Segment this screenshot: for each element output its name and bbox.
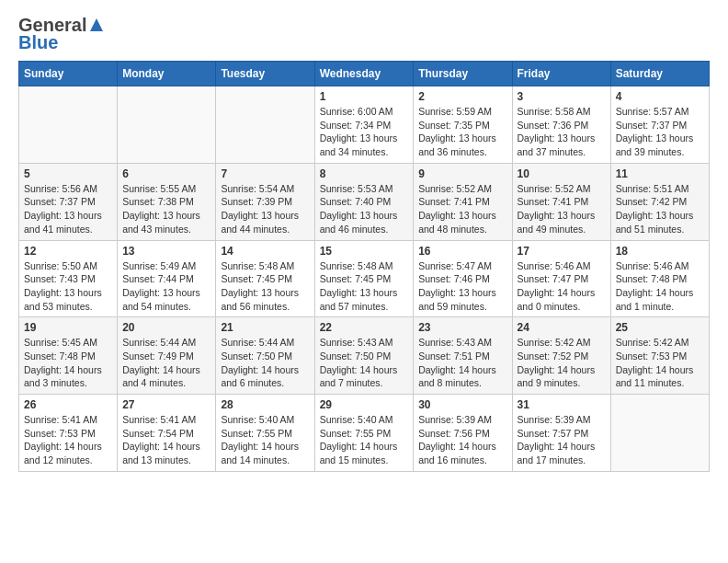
day-info: Sunrise: 5:40 AM Sunset: 7:55 PM Dayligh… bbox=[221, 413, 309, 467]
day-info: Sunrise: 5:46 AM Sunset: 7:47 PM Dayligh… bbox=[518, 259, 606, 314]
day-info: Sunrise: 5:44 AM Sunset: 7:49 PM Dayligh… bbox=[122, 336, 210, 390]
calendar-cell: 30Sunrise: 5:39 AM Sunset: 7:56 PM Dayli… bbox=[414, 395, 512, 472]
day-of-week-header: Monday bbox=[118, 62, 216, 86]
day-number: 18 bbox=[616, 245, 704, 258]
day-number: 8 bbox=[320, 167, 409, 180]
day-number: 19 bbox=[24, 321, 112, 334]
day-info: Sunrise: 5:56 AM Sunset: 7:37 PM Dayligh… bbox=[24, 182, 112, 236]
day-number: 20 bbox=[122, 321, 210, 334]
calendar-cell: 13Sunrise: 5:49 AM Sunset: 7:44 PM Dayli… bbox=[118, 240, 216, 317]
day-number: 29 bbox=[320, 398, 409, 411]
day-info: Sunrise: 5:58 AM Sunset: 7:36 PM Dayligh… bbox=[518, 105, 606, 159]
calendar-cell: 6Sunrise: 5:55 AM Sunset: 7:38 PM Daylig… bbox=[118, 163, 216, 240]
page-header: General Blue bbox=[18, 15, 710, 53]
day-number: 12 bbox=[24, 245, 112, 258]
day-of-week-header: Thursday bbox=[414, 62, 512, 86]
calendar-cell bbox=[118, 86, 216, 164]
calendar-cell: 7Sunrise: 5:54 AM Sunset: 7:39 PM Daylig… bbox=[216, 163, 314, 240]
calendar-cell: 26Sunrise: 5:41 AM Sunset: 7:53 PM Dayli… bbox=[19, 395, 118, 472]
calendar-cell: 18Sunrise: 5:46 AM Sunset: 7:48 PM Dayli… bbox=[610, 240, 709, 317]
calendar-cell: 1Sunrise: 6:00 AM Sunset: 7:34 PM Daylig… bbox=[314, 86, 414, 164]
calendar-table: SundayMondayTuesdayWednesdayThursdayFrid… bbox=[18, 61, 710, 472]
day-number: 22 bbox=[320, 321, 409, 334]
day-number: 3 bbox=[518, 90, 606, 103]
calendar-cell: 8Sunrise: 5:53 AM Sunset: 7:40 PM Daylig… bbox=[314, 163, 414, 240]
day-info: Sunrise: 5:51 AM Sunset: 7:42 PM Dayligh… bbox=[616, 182, 704, 236]
calendar-cell: 21Sunrise: 5:44 AM Sunset: 7:50 PM Dayli… bbox=[216, 317, 314, 395]
day-number: 2 bbox=[418, 90, 506, 103]
calendar-cell: 24Sunrise: 5:42 AM Sunset: 7:52 PM Dayli… bbox=[512, 317, 610, 395]
calendar-cell: 11Sunrise: 5:51 AM Sunset: 7:42 PM Dayli… bbox=[610, 163, 709, 240]
day-number: 14 bbox=[221, 245, 309, 258]
calendar-week-row: 12Sunrise: 5:50 AM Sunset: 7:43 PM Dayli… bbox=[19, 240, 710, 317]
day-info: Sunrise: 5:39 AM Sunset: 7:57 PM Dayligh… bbox=[518, 413, 606, 467]
calendar-week-row: 5Sunrise: 5:56 AM Sunset: 7:37 PM Daylig… bbox=[19, 163, 710, 240]
calendar-cell: 16Sunrise: 5:47 AM Sunset: 7:46 PM Dayli… bbox=[414, 240, 512, 317]
calendar-cell: 14Sunrise: 5:48 AM Sunset: 7:45 PM Dayli… bbox=[216, 240, 314, 317]
calendar-cell: 28Sunrise: 5:40 AM Sunset: 7:55 PM Dayli… bbox=[216, 395, 314, 472]
day-info: Sunrise: 5:48 AM Sunset: 7:45 PM Dayligh… bbox=[221, 259, 309, 314]
svg-marker-0 bbox=[90, 18, 103, 31]
calendar-cell: 2Sunrise: 5:59 AM Sunset: 7:35 PM Daylig… bbox=[414, 86, 512, 164]
calendar-cell bbox=[610, 395, 709, 472]
calendar-cell: 31Sunrise: 5:39 AM Sunset: 7:57 PM Dayli… bbox=[512, 395, 610, 472]
calendar-cell bbox=[216, 86, 314, 164]
day-number: 16 bbox=[418, 245, 506, 258]
calendar-cell: 23Sunrise: 5:43 AM Sunset: 7:51 PM Dayli… bbox=[414, 317, 512, 395]
day-of-week-header: Sunday bbox=[19, 62, 118, 86]
day-of-week-header: Saturday bbox=[610, 62, 709, 86]
calendar-cell: 3Sunrise: 5:58 AM Sunset: 7:36 PM Daylig… bbox=[512, 86, 610, 164]
day-number: 6 bbox=[122, 167, 210, 180]
calendar-cell: 20Sunrise: 5:44 AM Sunset: 7:49 PM Dayli… bbox=[118, 317, 216, 395]
day-info: Sunrise: 6:00 AM Sunset: 7:34 PM Dayligh… bbox=[320, 105, 409, 159]
calendar-cell: 17Sunrise: 5:46 AM Sunset: 7:47 PM Dayli… bbox=[512, 240, 610, 317]
logo: General Blue bbox=[18, 15, 105, 53]
calendar-cell bbox=[19, 86, 118, 164]
day-info: Sunrise: 5:46 AM Sunset: 7:48 PM Dayligh… bbox=[616, 259, 704, 314]
day-number: 28 bbox=[221, 398, 309, 411]
day-info: Sunrise: 5:44 AM Sunset: 7:50 PM Dayligh… bbox=[221, 336, 309, 390]
logo-arrow-icon bbox=[88, 17, 105, 33]
logo-blue-text: Blue bbox=[18, 32, 58, 53]
day-info: Sunrise: 5:59 AM Sunset: 7:35 PM Dayligh… bbox=[418, 105, 506, 159]
day-info: Sunrise: 5:50 AM Sunset: 7:43 PM Dayligh… bbox=[24, 259, 112, 314]
day-info: Sunrise: 5:53 AM Sunset: 7:40 PM Dayligh… bbox=[320, 182, 409, 236]
day-info: Sunrise: 5:42 AM Sunset: 7:53 PM Dayligh… bbox=[616, 336, 704, 390]
day-number: 9 bbox=[418, 167, 506, 180]
calendar-week-row: 1Sunrise: 6:00 AM Sunset: 7:34 PM Daylig… bbox=[19, 86, 710, 164]
day-number: 5 bbox=[24, 167, 112, 180]
day-number: 15 bbox=[320, 245, 409, 258]
day-number: 25 bbox=[616, 321, 704, 334]
day-info: Sunrise: 5:49 AM Sunset: 7:44 PM Dayligh… bbox=[122, 259, 210, 314]
day-info: Sunrise: 5:48 AM Sunset: 7:45 PM Dayligh… bbox=[320, 259, 409, 314]
day-info: Sunrise: 5:43 AM Sunset: 7:51 PM Dayligh… bbox=[418, 336, 506, 390]
day-info: Sunrise: 5:55 AM Sunset: 7:38 PM Dayligh… bbox=[122, 182, 210, 236]
calendar-cell: 25Sunrise: 5:42 AM Sunset: 7:53 PM Dayli… bbox=[610, 317, 709, 395]
day-number: 30 bbox=[418, 398, 506, 411]
day-of-week-header: Wednesday bbox=[314, 62, 414, 86]
day-info: Sunrise: 5:41 AM Sunset: 7:54 PM Dayligh… bbox=[122, 413, 210, 467]
day-info: Sunrise: 5:42 AM Sunset: 7:52 PM Dayligh… bbox=[518, 336, 606, 390]
day-number: 1 bbox=[320, 90, 409, 103]
day-info: Sunrise: 5:57 AM Sunset: 7:37 PM Dayligh… bbox=[616, 105, 704, 159]
day-number: 13 bbox=[122, 245, 210, 258]
calendar-cell: 29Sunrise: 5:40 AM Sunset: 7:55 PM Dayli… bbox=[314, 395, 414, 472]
calendar-cell: 4Sunrise: 5:57 AM Sunset: 7:37 PM Daylig… bbox=[610, 86, 709, 164]
calendar-header-row: SundayMondayTuesdayWednesdayThursdayFrid… bbox=[19, 62, 710, 86]
day-number: 27 bbox=[122, 398, 210, 411]
calendar-cell: 10Sunrise: 5:52 AM Sunset: 7:41 PM Dayli… bbox=[512, 163, 610, 240]
day-info: Sunrise: 5:52 AM Sunset: 7:41 PM Dayligh… bbox=[518, 182, 606, 236]
calendar-week-row: 26Sunrise: 5:41 AM Sunset: 7:53 PM Dayli… bbox=[19, 395, 710, 472]
day-info: Sunrise: 5:39 AM Sunset: 7:56 PM Dayligh… bbox=[418, 413, 506, 467]
day-info: Sunrise: 5:47 AM Sunset: 7:46 PM Dayligh… bbox=[418, 259, 506, 314]
day-number: 17 bbox=[518, 245, 606, 258]
day-info: Sunrise: 5:41 AM Sunset: 7:53 PM Dayligh… bbox=[24, 413, 112, 467]
day-info: Sunrise: 5:43 AM Sunset: 7:50 PM Dayligh… bbox=[320, 336, 409, 390]
day-number: 10 bbox=[518, 167, 606, 180]
calendar-week-row: 19Sunrise: 5:45 AM Sunset: 7:48 PM Dayli… bbox=[19, 317, 710, 395]
day-number: 24 bbox=[518, 321, 606, 334]
day-number: 31 bbox=[518, 398, 606, 411]
calendar-cell: 22Sunrise: 5:43 AM Sunset: 7:50 PM Dayli… bbox=[314, 317, 414, 395]
day-number: 21 bbox=[221, 321, 309, 334]
day-number: 23 bbox=[418, 321, 506, 334]
